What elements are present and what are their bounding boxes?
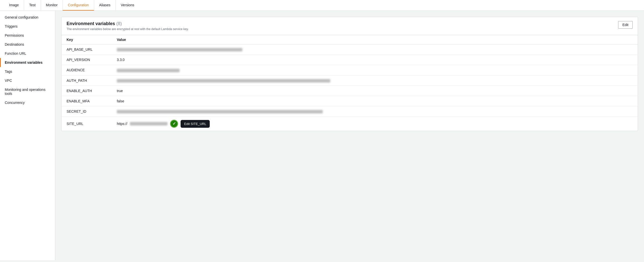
table-row: API_BASE_URL [62,44,638,55]
tab-image[interactable]: Image [4,0,24,11]
col-header-key: Key [62,35,112,44]
tab-versions[interactable]: Versions [116,0,139,11]
sidebar-item-function-url[interactable]: Function URL [0,49,55,58]
blurred-value [130,122,168,125]
env-key: AUDIENCE [62,65,112,75]
tab-configuration[interactable]: Configuration [63,0,94,11]
blurred-value [117,48,242,51]
env-value [112,106,638,116]
sidebar: General configuration Triggers Permissio… [0,11,55,260]
edit-button[interactable]: Edit [618,21,633,29]
env-value [112,65,638,75]
sidebar-item-vpc[interactable]: VPC [0,76,55,85]
env-key: AUTH_PATH [62,75,112,86]
env-key: SECRET_ID [62,106,112,116]
env-value: true [112,86,638,96]
sidebar-item-environment-variables[interactable]: Environment variables [0,58,55,67]
env-key: API_BASE_URL [62,44,112,55]
sidebar-item-triggers[interactable]: Triggers [0,22,55,31]
table-row: SITE_URLhttps://✓Edit SITE_URL [62,117,638,131]
table-row: API_VERSION3.3.0 [62,55,638,65]
table-row: SECRET_ID [62,106,638,116]
card-subtitle: The environment variables below are encr… [67,27,189,31]
env-value: https://✓Edit SITE_URL [112,117,638,131]
env-value: false [112,96,638,106]
sidebar-item-permissions[interactable]: Permissions [0,31,55,40]
card-header-left: Environment variables (8) The environmen… [67,21,189,31]
tab-aliases[interactable]: Aliases [94,0,116,11]
env-key: ENABLE_MFA [62,96,112,106]
sidebar-item-destinations[interactable]: Destinations [0,40,55,49]
table-row: ENABLE_AUTHtrue [62,86,638,96]
env-value [112,75,638,86]
env-key: ENABLE_AUTH [62,86,112,96]
sidebar-item-tags[interactable]: Tags [0,67,55,76]
environment-variables-card: Environment variables (8) The environmen… [61,17,638,131]
col-header-value: Value [112,35,638,44]
card-title-text: Environment variables [67,21,115,26]
env-key: SITE_URL [62,117,112,131]
tab-test[interactable]: Test [24,0,41,11]
top-navigation: Image Test Monitor Configuration Aliases… [0,0,644,11]
checkmark-icon: ✓ [173,122,176,126]
env-table: Key Value API_BASE_URLAPI_VERSION3.3.0AU… [62,35,638,131]
blurred-value [117,69,180,72]
tooltip-bubble[interactable]: Edit SITE_URL [181,120,210,128]
site-url-value: https:// [117,122,127,126]
table-row: AUTH_PATH [62,75,638,86]
env-key: API_VERSION [62,55,112,65]
sidebar-item-monitoring-tools[interactable]: Monitoring and operations tools [0,85,55,98]
table-row: AUDIENCE [62,65,638,75]
env-value [112,44,638,55]
tab-monitor[interactable]: Monitor [41,0,63,11]
check-circle-icon: ✓ [170,120,178,128]
blurred-value [117,79,330,83]
main-content: Environment variables (8) The environmen… [55,11,644,260]
tooltip-row-value: https://✓Edit SITE_URL [117,120,633,128]
table-row: ENABLE_MFAfalse [62,96,638,106]
blurred-value [117,110,323,113]
sidebar-item-concurrency[interactable]: Concurrency [0,98,55,107]
sidebar-item-general-configuration[interactable]: General configuration [0,13,55,22]
env-count: (8) [116,21,122,26]
main-layout: General configuration Triggers Permissio… [0,11,644,260]
card-header: Environment variables (8) The environmen… [62,17,638,35]
env-value: 3.3.0 [112,55,638,65]
card-title: Environment variables (8) [67,21,189,26]
